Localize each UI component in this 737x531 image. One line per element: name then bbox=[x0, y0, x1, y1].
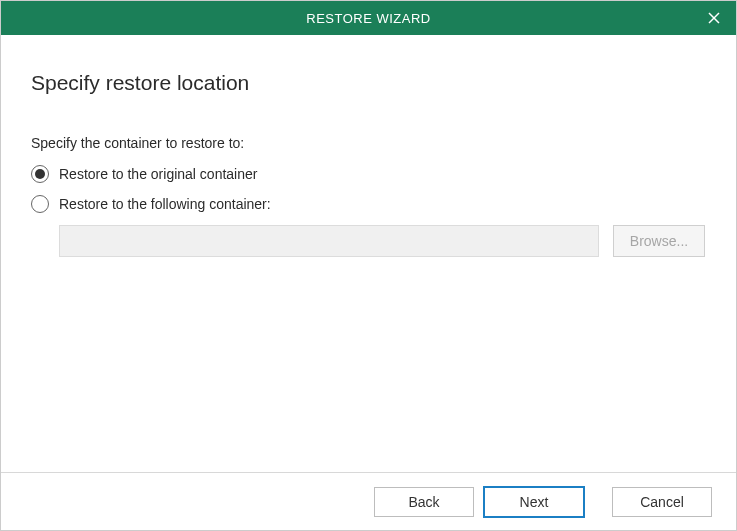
container-path-input bbox=[59, 225, 599, 257]
radio-restore-original[interactable]: Restore to the original container bbox=[31, 165, 706, 183]
instruction-text: Specify the container to restore to: bbox=[31, 135, 706, 151]
close-button[interactable] bbox=[692, 1, 736, 35]
page-title: Specify restore location bbox=[31, 71, 706, 95]
footer: Back Next Cancel bbox=[1, 472, 736, 530]
window-title: RESTORE WIZARD bbox=[306, 11, 431, 26]
back-button[interactable]: Back bbox=[374, 487, 474, 517]
close-icon bbox=[708, 12, 720, 24]
radio-button-icon bbox=[31, 195, 49, 213]
browse-button: Browse... bbox=[613, 225, 705, 257]
radio-button-icon bbox=[31, 165, 49, 183]
browse-row: Browse... bbox=[59, 225, 706, 257]
radio-custom-label: Restore to the following container: bbox=[59, 196, 271, 212]
next-button[interactable]: Next bbox=[484, 487, 584, 517]
content-area: Specify restore location Specify the con… bbox=[1, 35, 736, 472]
radio-restore-custom[interactable]: Restore to the following container: bbox=[31, 195, 706, 213]
cancel-button[interactable]: Cancel bbox=[612, 487, 712, 517]
titlebar: RESTORE WIZARD bbox=[1, 1, 736, 35]
radio-original-label: Restore to the original container bbox=[59, 166, 257, 182]
